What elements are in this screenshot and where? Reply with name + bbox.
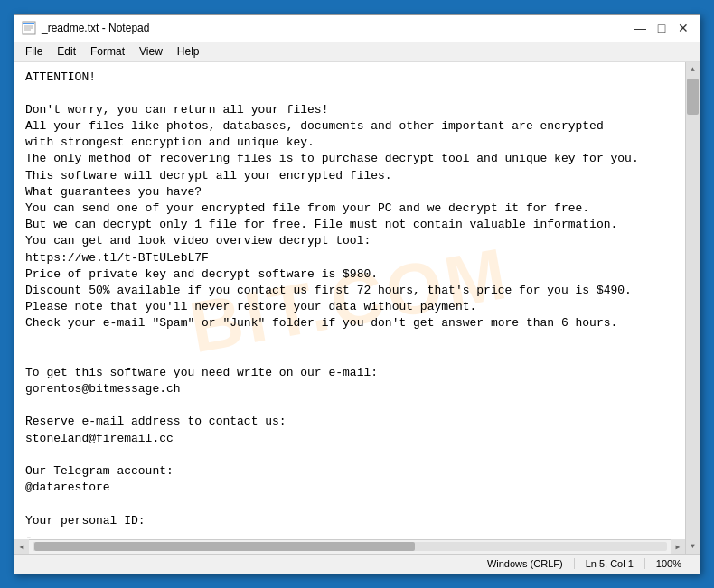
horizontal-scrollbar[interactable]: ◀ ▶ xyxy=(14,539,685,554)
scroll-left-arrow[interactable]: ◀ xyxy=(14,539,29,554)
menu-view[interactable]: View xyxy=(132,43,170,60)
scroll-right-arrow[interactable]: ▶ xyxy=(671,539,685,554)
scroll-down-arrow[interactable]: ▼ xyxy=(686,539,700,554)
window-title: _readme.txt - Notepad xyxy=(42,22,631,34)
editor-content[interactable]: BIT.COM ATTENTION! Don't worry, you can … xyxy=(14,62,685,539)
notepad-window: _readme.txt - Notepad — □ ✕ File Edit Fo… xyxy=(14,14,700,574)
menu-edit[interactable]: Edit xyxy=(50,43,83,60)
menu-file[interactable]: File xyxy=(18,43,50,60)
encoding-status: Windows (CRLF) xyxy=(476,558,575,569)
close-button[interactable]: ✕ xyxy=(674,19,692,37)
menu-bar: File Edit Format View Help xyxy=(14,42,700,62)
editor-area[interactable]: BIT.COM ATTENTION! Don't worry, you can … xyxy=(14,62,685,554)
vscroll-track[interactable] xyxy=(686,77,700,539)
vscroll-thumb[interactable] xyxy=(687,79,699,115)
minimize-button[interactable]: — xyxy=(631,19,649,37)
text-content: ATTENTION! Don't worry, you can return a… xyxy=(25,70,674,539)
scrollbar-h-thumb[interactable] xyxy=(34,542,415,551)
scrollbar-h-track[interactable] xyxy=(33,542,667,551)
title-bar-buttons: — □ ✕ xyxy=(631,19,692,37)
status-bar: Windows (CRLF) Ln 5, Col 1 100% xyxy=(14,554,700,574)
vertical-scrollbar[interactable]: ▲ ▼ xyxy=(685,62,700,554)
title-bar: _readme.txt - Notepad — □ ✕ xyxy=(14,15,700,42)
svg-rect-1 xyxy=(23,23,34,24)
editor-body: BIT.COM ATTENTION! Don't worry, you can … xyxy=(14,62,700,554)
zoom-status: 100% xyxy=(645,558,692,569)
menu-help[interactable]: Help xyxy=(170,43,207,60)
app-icon xyxy=(22,21,36,35)
maximize-button[interactable]: □ xyxy=(653,19,671,37)
line-col-status: Ln 5, Col 1 xyxy=(575,558,645,569)
scroll-up-arrow[interactable]: ▲ xyxy=(686,62,700,77)
menu-format[interactable]: Format xyxy=(83,43,132,60)
